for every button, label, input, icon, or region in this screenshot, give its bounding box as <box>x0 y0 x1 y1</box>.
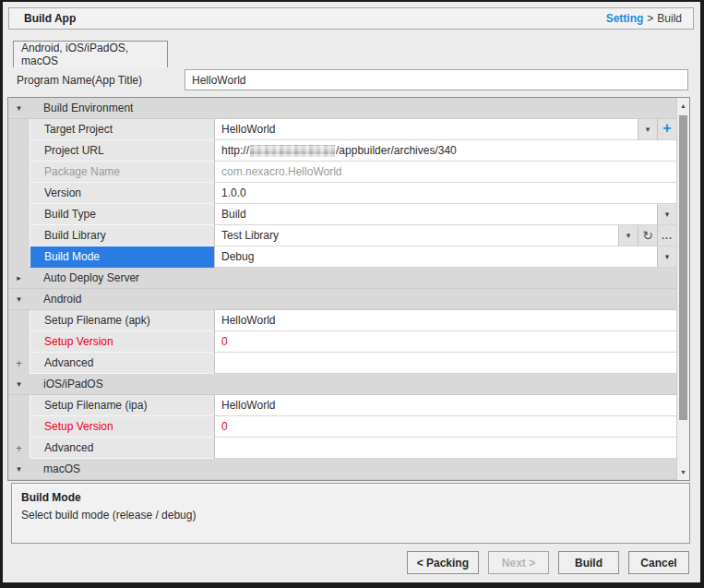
property-row-build-type[interactable]: Build TypeBuild▾ <box>8 204 676 225</box>
property-row-build-mode[interactable]: Build ModeDebug▾ <box>8 246 676 268</box>
program-name-label: Program Name(App Title) <box>17 70 142 90</box>
property-row-advanced[interactable]: +Advanced <box>8 438 676 459</box>
property-label: Setup Version <box>30 416 214 438</box>
property-label: Setup Filename (apk) <box>30 310 214 331</box>
property-description-panel: Build Mode Select build mode (release / … <box>11 483 690 544</box>
row-gutter <box>8 331 30 353</box>
row-gutter <box>8 310 30 331</box>
section-gutter: ▾ <box>8 98 30 118</box>
next-button[interactable]: Next > <box>488 551 549 574</box>
property-label: Build Mode <box>30 246 214 268</box>
add-button[interactable]: + <box>657 119 676 140</box>
breadcrumb-separator: > <box>647 12 653 25</box>
packing-button[interactable]: < Packing <box>407 551 479 574</box>
row-gutter <box>8 183 30 204</box>
property-value[interactable]: com.nexacro.HelloWorld <box>214 162 676 183</box>
row-gutter <box>8 204 30 225</box>
property-value[interactable]: 0 <box>214 416 676 438</box>
property-label: Setup Version <box>30 331 214 353</box>
section-gutter: ▾ <box>8 459 30 479</box>
cancel-button[interactable]: Cancel <box>628 551 689 574</box>
build-app-dialog: Build App Setting > Build Android, iOS/i… <box>0 0 704 588</box>
property-row-setup-filename-ipa[interactable]: Setup Filename (ipa)HelloWorld <box>8 395 676 416</box>
dropdown-button[interactable]: ▾ <box>657 204 676 225</box>
more-button[interactable]: ... <box>657 225 676 246</box>
dropdown-icon: ▾ <box>665 210 670 219</box>
property-label: Version <box>30 183 214 204</box>
footer-button-bar: < Packing Next > Build Cancel <box>407 551 689 574</box>
section-label: Build Environment <box>30 98 133 118</box>
property-value[interactable]: HelloWorld <box>214 119 638 140</box>
dropdown-icon: ▾ <box>665 253 670 261</box>
refresh-icon: ↻ <box>642 229 653 242</box>
refresh-button[interactable]: ↻ <box>638 225 657 246</box>
property-value[interactable]: Debug <box>214 246 657 268</box>
program-name-input[interactable] <box>185 69 688 90</box>
section-row-ios-ipados[interactable]: ▾iOS/iPadOS <box>8 374 676 395</box>
section-row-auto-deploy-server[interactable]: ▸Auto Deploy Server <box>8 268 676 289</box>
scrollbar-thumb[interactable] <box>679 115 687 420</box>
dialog-titlebar: Build App Setting > Build <box>8 7 694 30</box>
section-gutter: ▾ <box>8 289 30 309</box>
section-row-build-environment[interactable]: ▾Build Environment <box>8 98 676 119</box>
property-value[interactable]: Test Library <box>214 225 618 246</box>
property-value[interactable]: Build <box>214 204 657 225</box>
advanced-expand-icon[interactable]: + <box>16 443 22 454</box>
dropdown-button[interactable]: ▾ <box>618 225 638 246</box>
build-button[interactable]: Build <box>558 551 619 574</box>
property-label: Build Type <box>30 204 214 225</box>
tab-label: Android, iOS/iPadOS, macOS <box>21 42 167 67</box>
property-label: Advanced <box>30 438 214 459</box>
section-label: iOS/iPadOS <box>30 374 103 394</box>
property-value[interactable]: http:///appbuilder/archives/340 <box>214 140 676 162</box>
row-gutter: + <box>8 353 30 374</box>
property-row-package-name[interactable]: Package Namecom.nexacro.HelloWorld <box>8 162 676 183</box>
redacted-ip-pixelation <box>250 145 335 157</box>
section-row-android[interactable]: ▾Android <box>8 289 676 310</box>
property-row-version[interactable]: Version1.0.0 <box>8 183 676 204</box>
property-value[interactable]: 0 <box>214 331 676 353</box>
dropdown-button[interactable]: ▾ <box>638 119 657 140</box>
property-value[interactable]: 1.0.0 <box>214 183 676 204</box>
property-grid-rows: ▾Build EnvironmentTarget ProjectHelloWor… <box>8 98 676 480</box>
row-gutter <box>8 246 30 268</box>
section-gutter: ▾ <box>8 374 30 394</box>
breadcrumb: Setting > Build <box>606 12 682 25</box>
description-text: Select build mode (release / debug) <box>21 509 680 522</box>
property-row-setup-filename-apk[interactable]: Setup Filename (apk)HelloWorld <box>8 310 676 331</box>
advanced-expand-icon[interactable]: + <box>16 358 22 369</box>
property-row-project-url[interactable]: Project URLhttp:///appbuilder/archives/3… <box>8 140 676 162</box>
section-expand-icon[interactable]: ▸ <box>17 274 21 282</box>
url-prefix: http:// <box>221 144 249 157</box>
url-suffix: /appbuilder/archives/340 <box>336 144 457 157</box>
property-row-target-project[interactable]: Target ProjectHelloWorld▾+ <box>8 119 676 140</box>
property-row-setup-version[interactable]: Setup Version0 <box>8 416 676 438</box>
section-collapse-icon[interactable]: ▾ <box>17 295 21 304</box>
property-row-advanced[interactable]: +Advanced <box>8 353 676 374</box>
property-value[interactable]: HelloWorld <box>214 310 676 331</box>
add-icon: + <box>662 121 671 136</box>
section-label: macOS <box>30 459 80 479</box>
row-gutter <box>8 225 30 246</box>
property-row-setup-version[interactable]: Setup Version0 <box>8 331 676 353</box>
vertical-scrollbar[interactable]: ▲ ▼ <box>676 98 689 480</box>
scroll-down-icon[interactable]: ▼ <box>677 465 689 479</box>
section-row-macos[interactable]: ▾macOS <box>8 459 676 480</box>
row-gutter <box>8 162 30 183</box>
property-row-build-library[interactable]: Build LibraryTest Library▾↻... <box>8 225 676 246</box>
section-label: Auto Deploy Server <box>30 268 139 288</box>
dialog-title: Build App <box>24 12 76 25</box>
breadcrumb-setting-link[interactable]: Setting <box>606 12 644 25</box>
section-collapse-icon[interactable]: ▾ <box>17 104 21 113</box>
property-value[interactable] <box>214 438 676 459</box>
description-title: Build Mode <box>21 491 680 504</box>
property-value[interactable]: HelloWorld <box>214 395 676 416</box>
section-collapse-icon[interactable]: ▾ <box>17 380 21 389</box>
dropdown-button[interactable]: ▾ <box>657 246 676 268</box>
property-value[interactable] <box>214 353 676 374</box>
scroll-up-icon[interactable]: ▲ <box>677 99 689 113</box>
property-label: Build Library <box>30 225 214 246</box>
tab-android-ios-macos[interactable]: Android, iOS/iPadOS, macOS <box>13 41 168 67</box>
section-collapse-icon[interactable]: ▾ <box>17 465 21 474</box>
breadcrumb-current: Build <box>657 12 682 25</box>
